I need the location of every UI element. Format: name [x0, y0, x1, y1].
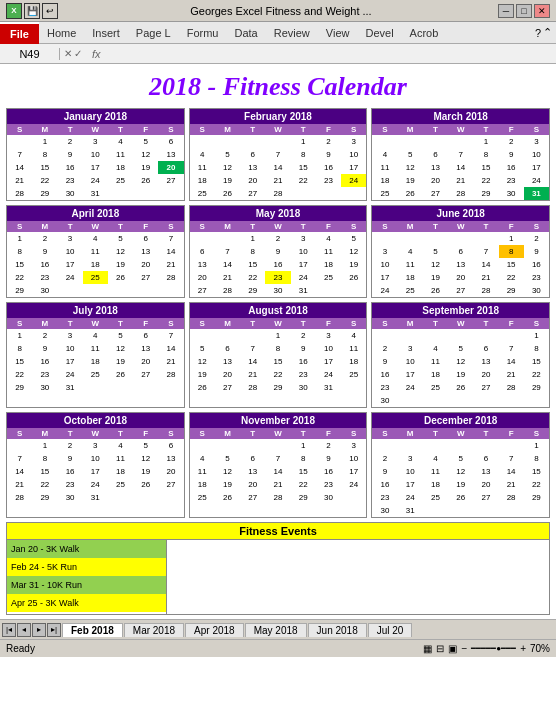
day-cell[interactable]: 2 [316, 135, 341, 148]
day-cell[interactable] [473, 439, 498, 452]
day-cell[interactable]: 28 [499, 491, 524, 504]
day-cell[interactable]: 28 [265, 187, 290, 200]
day-cell[interactable]: 24 [316, 368, 341, 381]
day-cell[interactable]: 27 [133, 368, 158, 381]
day-cell[interactable]: 13 [240, 465, 265, 478]
day-cell[interactable]: 18 [108, 465, 133, 478]
day-cell[interactable]: 19 [448, 368, 473, 381]
day-cell[interactable]: 2 [32, 232, 57, 245]
day-cell[interactable]: 28 [240, 381, 265, 394]
day-cell[interactable]: 2 [57, 439, 82, 452]
day-cell[interactable]: 1 [7, 329, 32, 342]
day-cell[interactable]: 9 [524, 245, 549, 258]
day-cell[interactable] [423, 135, 448, 148]
day-cell[interactable]: 29 [240, 284, 265, 297]
day-cell[interactable]: 1 [473, 135, 498, 148]
day-cell[interactable]: 23 [372, 381, 397, 394]
day-cell[interactable] [133, 187, 158, 200]
day-cell[interactable]: 14 [448, 161, 473, 174]
day-cell[interactable]: 14 [473, 258, 498, 271]
day-cell[interactable]: 9 [265, 245, 290, 258]
day-cell[interactable] [57, 284, 82, 297]
day-cell[interactable]: 21 [240, 368, 265, 381]
day-cell[interactable]: 2 [372, 342, 397, 355]
sheet-tab-may-2018[interactable]: May 2018 [245, 623, 307, 637]
day-cell[interactable]: 26 [215, 187, 240, 200]
day-cell[interactable]: 15 [524, 465, 549, 478]
day-cell[interactable]: 28 [158, 368, 183, 381]
day-cell[interactable]: 7 [473, 245, 498, 258]
day-cell[interactable]: 12 [108, 342, 133, 355]
day-cell[interactable]: 6 [133, 232, 158, 245]
day-cell[interactable]: 12 [448, 355, 473, 368]
day-cell[interactable]: 25 [190, 187, 215, 200]
day-cell[interactable]: 8 [265, 342, 290, 355]
day-cell[interactable]: 7 [215, 245, 240, 258]
day-cell[interactable] [372, 439, 397, 452]
day-cell[interactable]: 24 [398, 491, 423, 504]
day-cell[interactable] [448, 439, 473, 452]
day-cell[interactable]: 31 [316, 381, 341, 394]
day-cell[interactable]: 13 [133, 342, 158, 355]
day-cell[interactable]: 8 [240, 245, 265, 258]
day-cell[interactable]: 14 [240, 355, 265, 368]
day-cell[interactable]: 2 [291, 329, 316, 342]
day-cell[interactable]: 7 [265, 148, 290, 161]
day-cell[interactable]: 5 [108, 232, 133, 245]
day-cell[interactable]: 23 [32, 368, 57, 381]
day-cell[interactable]: 6 [448, 245, 473, 258]
day-cell[interactable]: 3 [57, 329, 82, 342]
day-cell[interactable]: 16 [372, 478, 397, 491]
day-cell[interactable]: 8 [499, 245, 524, 258]
day-cell[interactable]: 7 [158, 232, 183, 245]
day-cell[interactable] [448, 329, 473, 342]
day-cell[interactable]: 16 [316, 161, 341, 174]
day-cell[interactable]: 7 [499, 452, 524, 465]
day-cell[interactable]: 17 [57, 355, 82, 368]
day-cell[interactable]: 15 [291, 465, 316, 478]
day-cell[interactable]: 17 [83, 161, 108, 174]
day-cell[interactable] [316, 187, 341, 200]
day-cell[interactable]: 24 [57, 368, 82, 381]
day-cell[interactable]: 8 [32, 148, 57, 161]
day-cell[interactable]: 3 [83, 135, 108, 148]
day-cell[interactable]: 12 [341, 245, 366, 258]
day-cell[interactable]: 20 [473, 478, 498, 491]
day-cell[interactable]: 23 [524, 271, 549, 284]
day-cell[interactable]: 12 [108, 245, 133, 258]
tab-acrobat[interactable]: Acrob [402, 22, 447, 44]
day-cell[interactable]: 24 [398, 381, 423, 394]
day-cell[interactable]: 6 [423, 148, 448, 161]
day-cell[interactable]: 18 [108, 161, 133, 174]
day-cell[interactable] [190, 232, 215, 245]
close-button[interactable]: ✕ [534, 4, 550, 18]
day-cell[interactable]: 26 [341, 271, 366, 284]
day-cell[interactable]: 5 [108, 329, 133, 342]
day-cell[interactable]: 11 [190, 161, 215, 174]
day-cell[interactable]: 30 [372, 394, 397, 407]
day-cell[interactable]: 29 [473, 187, 498, 200]
day-cell[interactable]: 16 [57, 465, 82, 478]
day-cell[interactable]: 1 [499, 232, 524, 245]
minimize-button[interactable]: ─ [498, 4, 514, 18]
day-cell[interactable]: 30 [57, 491, 82, 504]
day-cell[interactable]: 18 [83, 355, 108, 368]
cancel-formula-icon[interactable]: ✕ [64, 48, 72, 59]
day-cell[interactable]: 13 [423, 161, 448, 174]
day-cell[interactable]: 4 [398, 245, 423, 258]
day-cell[interactable]: 25 [190, 491, 215, 504]
day-cell[interactable]: 22 [32, 478, 57, 491]
day-cell[interactable]: 10 [341, 452, 366, 465]
day-cell[interactable]: 10 [341, 148, 366, 161]
day-cell[interactable]: 16 [316, 465, 341, 478]
day-cell[interactable]: 5 [133, 439, 158, 452]
sheet-tab-mar-2018[interactable]: Mar 2018 [124, 623, 184, 637]
day-cell[interactable]: 12 [190, 355, 215, 368]
day-cell[interactable]: 24 [291, 271, 316, 284]
day-cell[interactable]: 23 [499, 174, 524, 187]
maximize-button[interactable]: □ [516, 4, 532, 18]
day-cell[interactable] [265, 135, 290, 148]
page-break-icon[interactable]: ▣ [448, 643, 457, 654]
day-cell[interactable] [215, 329, 240, 342]
day-cell[interactable]: 2 [499, 135, 524, 148]
